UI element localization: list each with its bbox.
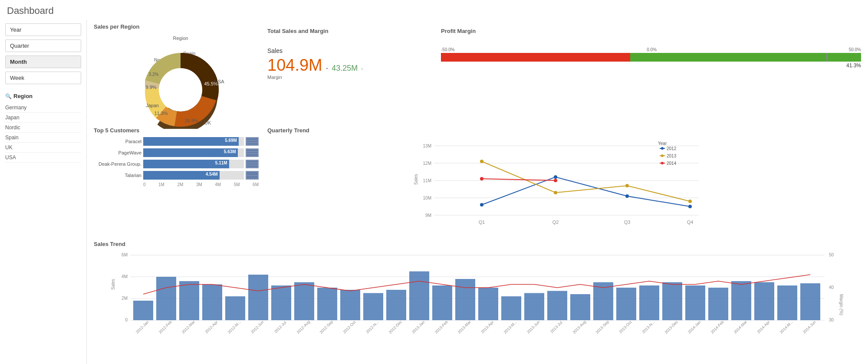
- margin-label: Margin: [267, 75, 432, 80]
- top5-customers-panel: Top 5 Customers Paracel 5.69M: [94, 127, 259, 187]
- svg-rect-72: [409, 272, 429, 321]
- svg-text:Margin (%): Margin (%): [839, 294, 844, 315]
- profit-min-label: -50.0%: [441, 47, 455, 52]
- bar-row-pagewave: PageWave 5.63M: [94, 148, 259, 157]
- svg-rect-70: [363, 293, 383, 321]
- svg-text:2014-Jan: 2014-Jan: [687, 320, 702, 334]
- svg-text:Region: Region: [173, 36, 188, 41]
- svg-point-30: [688, 205, 692, 208]
- quarterly-trend-chart: 13M 12M 11M 10M 9M Q1 Q2 Q3 Q4 Sales: [267, 137, 861, 233]
- svg-text:2012-Apr: 2012-Apr: [204, 320, 218, 334]
- bar-row-talarian: Talarian 4.54M: [94, 171, 259, 180]
- svg-text:2013-Oct: 2013-Oct: [618, 320, 633, 334]
- bar-track-pagewave: 5.63M: [143, 148, 244, 157]
- main-content: Sales per Region Region Spain Nordic: [87, 20, 868, 364]
- svg-text:2013-M...: 2013-M...: [503, 320, 518, 334]
- svg-text:2012-Mar: 2012-Mar: [181, 320, 196, 334]
- svg-rect-68: [317, 288, 337, 320]
- svg-rect-85: [708, 288, 728, 320]
- bar-label-pagewave: PageWave: [94, 150, 141, 155]
- svg-rect-89: [800, 283, 820, 320]
- bar-track-deak: 5.11M: [143, 160, 244, 168]
- svg-rect-87: [754, 282, 774, 321]
- svg-point-41: [661, 154, 664, 157]
- svg-rect-62: [179, 281, 199, 320]
- bar-value-paracel: 5.69M: [225, 138, 237, 143]
- bar-row-deak: Deak-Perera Group. 5.11M: [94, 160, 259, 168]
- svg-text:2013-Aug: 2013-Aug: [572, 320, 587, 335]
- svg-point-44: [661, 162, 664, 164]
- svg-text:2013-Jan: 2013-Jan: [411, 320, 426, 334]
- sales-trend-title: Sales Trend: [94, 241, 861, 247]
- region-item[interactable]: Nordic: [5, 123, 81, 133]
- svg-rect-74: [455, 279, 475, 320]
- svg-text:4M: 4M: [122, 274, 128, 279]
- svg-text:2012-Sep: 2012-Sep: [319, 320, 334, 335]
- sales-value: 104.9M: [267, 56, 322, 75]
- bar-value-deak: 5.11M: [215, 161, 227, 165]
- svg-point-3: [159, 68, 202, 111]
- sidebar: Year Quarter Month Week 🔍 Region Germany…: [0, 20, 87, 364]
- svg-text:Q4: Q4: [687, 220, 694, 225]
- svg-text:9M: 9M: [425, 213, 431, 218]
- separator2: ·: [361, 65, 363, 72]
- svg-rect-60: [133, 301, 153, 320]
- svg-rect-78: [547, 291, 567, 321]
- region-section: 🔍 Region Germany Japan Nordic Spain UK U…: [5, 93, 81, 163]
- region-item[interactable]: Spain: [5, 133, 81, 143]
- svg-rect-86: [731, 281, 751, 320]
- region-item[interactable]: USA: [5, 153, 81, 163]
- sales-per-region-title: Sales per Region: [94, 23, 259, 30]
- svg-text:2012-Dec: 2012-Dec: [388, 319, 403, 334]
- region-item[interactable]: Japan: [5, 113, 81, 123]
- sales-per-region-panel: Sales per Region Region Spain Nordic: [94, 23, 259, 120]
- svg-text:2012-Jul: 2012-Jul: [273, 320, 287, 334]
- svg-text:Sales: Sales: [111, 279, 115, 290]
- svg-point-31: [480, 160, 483, 163]
- bar-label-deak: Deak-Perera Group.: [94, 161, 141, 167]
- svg-point-33: [625, 184, 629, 187]
- svg-text:2012: 2012: [667, 146, 677, 151]
- svg-text:2013-Apr: 2013-Apr: [480, 320, 494, 334]
- sales-label: Sales: [267, 47, 432, 54]
- svg-point-32: [554, 191, 557, 194]
- filter-year[interactable]: Year: [5, 23, 81, 36]
- svg-text:2012-Oct: 2012-Oct: [342, 320, 357, 334]
- filter-week[interactable]: Week: [5, 72, 81, 84]
- bar-chart: Paracel 5.69M PageWave: [94, 137, 259, 187]
- svg-rect-75: [478, 288, 498, 320]
- svg-text:2M: 2M: [122, 296, 128, 301]
- svg-text:50: 50: [829, 253, 834, 257]
- region-item[interactable]: UK: [5, 143, 81, 153]
- profit-value: 41.3%: [441, 62, 861, 69]
- svg-rect-81: [616, 288, 636, 320]
- svg-rect-84: [685, 285, 705, 320]
- svg-text:40: 40: [829, 285, 834, 290]
- svg-text:Year: Year: [658, 141, 667, 146]
- svg-rect-64: [225, 296, 245, 320]
- bar-mini-deak: [246, 160, 259, 168]
- profit-max-label: 50.0%: [849, 47, 861, 52]
- svg-text:2012-Jan: 2012-Jan: [135, 320, 150, 334]
- svg-rect-71: [386, 290, 406, 320]
- filter-month[interactable]: Month: [5, 56, 81, 68]
- svg-text:UK: UK: [204, 120, 211, 125]
- margin-value: 43.25M: [332, 64, 358, 73]
- bar-fill-paracel: 5.69M: [143, 137, 239, 146]
- bar-fill-talarian: 4.54M: [143, 171, 220, 180]
- bar-fill-deak: 5.11M: [143, 160, 229, 168]
- filter-quarter[interactable]: Quarter: [5, 39, 81, 52]
- svg-text:11M: 11M: [423, 178, 431, 183]
- svg-text:2014-M...: 2014-M...: [779, 320, 794, 334]
- region-item[interactable]: Germany: [5, 103, 81, 113]
- svg-text:2013-Mar: 2013-Mar: [457, 320, 472, 334]
- svg-rect-88: [777, 285, 797, 320]
- dashboard-title: Dashboard: [0, 0, 868, 20]
- svg-text:6M: 6M: [122, 253, 128, 257]
- svg-text:30: 30: [829, 318, 834, 322]
- svg-text:3.2%: 3.2%: [149, 72, 159, 77]
- bar-mini-talarian: [246, 171, 259, 180]
- svg-text:2012-Jun: 2012-Jun: [250, 320, 265, 334]
- bar-row-paracel: Paracel 5.69M: [94, 137, 259, 146]
- svg-point-29: [625, 194, 629, 198]
